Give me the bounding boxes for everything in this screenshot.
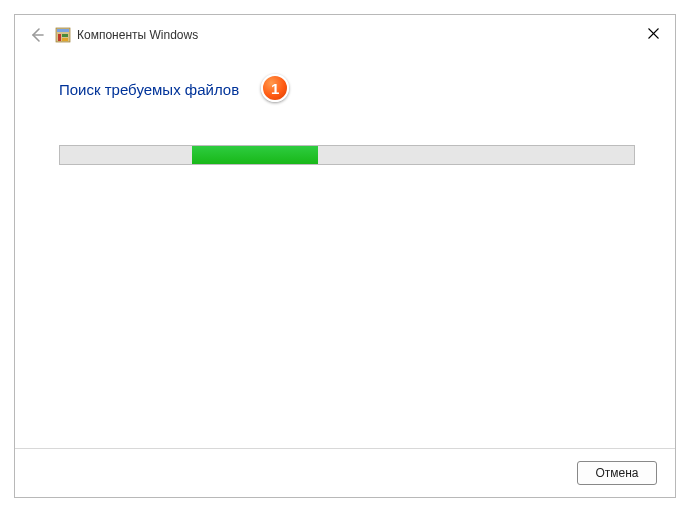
status-text: Поиск требуемых файлов [59,81,239,98]
svg-rect-4 [62,34,68,37]
titlebar: Компоненты Windows [15,15,675,51]
dialog-content: Поиск требуемых файлов 1 [15,51,675,448]
cancel-button-label: Отмена [595,466,638,480]
svg-rect-3 [58,34,61,41]
dialog-title: Компоненты Windows [77,28,198,42]
cancel-button[interactable]: Отмена [577,461,657,485]
back-button[interactable] [27,25,47,45]
svg-rect-5 [62,38,68,41]
close-button[interactable] [637,21,669,45]
progress-bar-chunk [192,146,318,164]
windows-features-icon [55,27,71,43]
status-row: Поиск требуемых файлов 1 [59,75,635,103]
windows-features-dialog: Компоненты Windows Поиск требуемых файло… [14,14,676,498]
close-icon [648,28,659,39]
dialog-footer: Отмена [15,448,675,497]
svg-rect-2 [57,29,69,32]
back-arrow-icon [29,27,45,43]
annotation-callout-1: 1 [261,74,289,102]
progress-bar [59,145,635,165]
